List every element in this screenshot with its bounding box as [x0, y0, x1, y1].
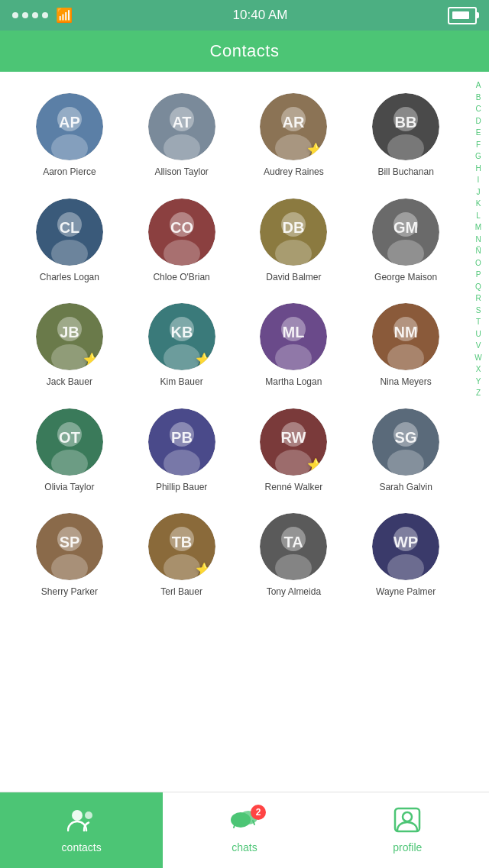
contact-item[interactable]: MLMartha Logan: [240, 297, 348, 395]
alpha-letter[interactable]: H: [475, 163, 481, 175]
svg-text:CO: CO: [170, 219, 193, 236]
contact-name: Kim Bauer: [160, 376, 203, 389]
svg-text:TA: TA: [284, 534, 303, 551]
alpha-letter[interactable]: B: [476, 92, 481, 104]
svg-text:DB: DB: [283, 219, 305, 236]
svg-text:SG: SG: [395, 429, 417, 446]
alpha-letter[interactable]: K: [476, 198, 481, 210]
avatar: TB⭐: [148, 513, 215, 580]
alpha-letter[interactable]: X: [476, 363, 481, 376]
profile-icon: [393, 807, 421, 837]
contact-item[interactable]: TB⭐Terl Bauer: [128, 507, 236, 605]
svg-point-80: [72, 810, 83, 821]
svg-text:ML: ML: [283, 324, 305, 340]
contact-name: Audrey Raines: [264, 166, 324, 179]
svg-text:AP: AP: [59, 114, 80, 131]
svg-point-81: [85, 812, 92, 819]
contact-item[interactable]: WPWayne Palmer: [351, 507, 460, 605]
contact-item[interactable]: KB⭐Kim Bauer: [128, 297, 236, 395]
alpha-letter[interactable]: R: [475, 292, 481, 305]
contact-name: Bill Buchanan: [377, 166, 433, 179]
contact-name: Allison Taylor: [154, 166, 208, 179]
contact-name: Wayne Palmer: [376, 586, 436, 599]
alpha-letter[interactable]: P: [476, 269, 481, 281]
alpha-letter[interactable]: G: [475, 150, 481, 163]
alpha-letter[interactable]: O: [475, 257, 481, 269]
alpha-letter[interactable]: Y: [476, 376, 481, 388]
contact-item[interactable]: DBDavid Balmer: [240, 192, 348, 290]
alpha-letter[interactable]: C: [475, 103, 481, 115]
contact-item[interactable]: SGSarah Galvin: [351, 402, 460, 500]
alpha-letter[interactable]: S: [476, 305, 481, 317]
alphabet-sidebar[interactable]: ABCDEFGHIJKLMNÑOPQRSTUVWXYZ: [468, 72, 489, 792]
alpha-letter[interactable]: E: [476, 127, 481, 139]
svg-text:AT: AT: [172, 114, 191, 131]
star-badge: ⭐: [83, 353, 100, 367]
svg-text:OT: OT: [59, 429, 80, 446]
contact-name: Olivia Taylor: [44, 482, 94, 494]
contact-name: Charles Logan: [40, 272, 99, 284]
contact-name: Tony Almeida: [267, 586, 321, 599]
star-badge: ⭐: [196, 563, 212, 577]
contacts-grid: APAaron PierceATAllison TaylorAR⭐Audrey …: [0, 72, 468, 792]
alpha-letter[interactable]: T: [476, 316, 481, 328]
contact-item[interactable]: OTOlivia Taylor: [15, 402, 124, 500]
contact-item[interactable]: APAaron Pierce: [15, 87, 124, 185]
alpha-letter[interactable]: L: [476, 210, 481, 222]
signal-dots: [12, 12, 48, 18]
contact-item[interactable]: TATony Almeida: [240, 507, 348, 605]
alpha-letter[interactable]: N: [475, 234, 481, 246]
tab-chats[interactable]: 2 chats: [163, 792, 325, 868]
contact-item[interactable]: BBBill Buchanan: [351, 87, 460, 185]
contact-name: Nina Meyers: [380, 376, 431, 389]
contact-name: Aaron Pierce: [43, 166, 96, 179]
alpha-letter[interactable]: J: [477, 186, 481, 198]
avatar: RW⭐: [260, 408, 327, 476]
alpha-letter[interactable]: U: [475, 328, 481, 340]
alpha-letter[interactable]: W: [474, 352, 481, 364]
contact-item[interactable]: JB⭐Jack Bauer: [15, 297, 124, 395]
avatar: NM: [372, 303, 439, 370]
tab-profile[interactable]: profile: [326, 792, 489, 868]
tab-contacts[interactable]: contacts: [0, 792, 163, 868]
svg-text:PB: PB: [171, 429, 193, 446]
svg-text:JB: JB: [60, 324, 79, 340]
alpha-letter[interactable]: A: [476, 79, 481, 92]
alpha-letter[interactable]: M: [475, 221, 481, 234]
tab-profile-label: profile: [393, 841, 422, 853]
contact-item[interactable]: SPSherry Parker: [15, 507, 124, 605]
contact-item[interactable]: AR⭐Audrey Raines: [240, 87, 348, 185]
avatar: CO: [148, 198, 215, 266]
avatar: PB: [148, 408, 215, 476]
avatar: OT: [36, 408, 103, 476]
svg-text:WP: WP: [393, 534, 418, 551]
contact-item[interactable]: PBPhillip Bauer: [128, 402, 236, 500]
alpha-letter[interactable]: V: [476, 340, 481, 352]
contact-item[interactable]: COChloe O'Brian: [128, 192, 236, 290]
alpha-letter[interactable]: F: [476, 139, 481, 151]
svg-text:CL: CL: [60, 219, 80, 236]
alpha-letter[interactable]: Ñ: [475, 245, 481, 257]
status-time: 10:40 AM: [233, 8, 288, 23]
alpha-letter[interactable]: D: [475, 115, 481, 127]
contact-item[interactable]: GMGeorge Maison: [351, 192, 460, 290]
contact-item[interactable]: ATAllison Taylor: [128, 87, 236, 185]
avatar: SP: [36, 513, 103, 580]
star-badge: ⭐: [307, 459, 324, 473]
alpha-letter[interactable]: I: [478, 174, 480, 186]
contact-name: George Maison: [374, 272, 437, 284]
alpha-letter[interactable]: Z: [476, 387, 481, 399]
avatar: AP: [36, 93, 103, 160]
wifi-icon: 📶: [56, 7, 73, 24]
svg-text:SP: SP: [60, 534, 80, 551]
avatar: KB⭐: [148, 303, 215, 370]
avatar: SG: [372, 408, 439, 476]
tab-chats-label: chats: [232, 841, 257, 853]
contact-item[interactable]: CLCharles Logan: [15, 192, 124, 290]
contact-name: Jack Bauer: [47, 376, 92, 389]
contact-item[interactable]: RW⭐Renné Walker: [240, 402, 348, 500]
svg-text:TB: TB: [171, 534, 192, 551]
star-badge: ⭐: [196, 353, 212, 367]
contact-item[interactable]: NMNina Meyers: [351, 297, 460, 395]
alpha-letter[interactable]: Q: [475, 281, 481, 293]
